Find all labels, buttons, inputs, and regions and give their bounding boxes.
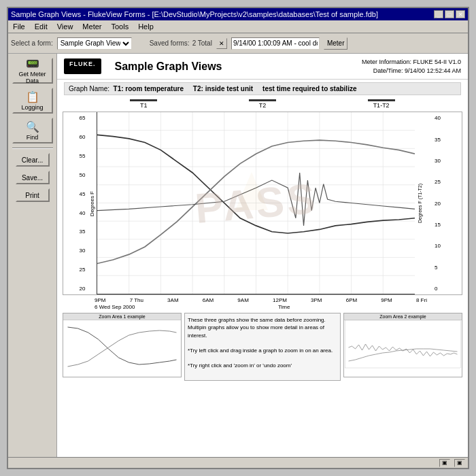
y-axis-right: 40 35 30 25 20 15 10 5 0	[424, 112, 462, 294]
meter-info: Meter Information: FLUKE 54-II V1.0 Date…	[362, 58, 461, 75]
logging-icon: 📋	[26, 90, 39, 103]
main-chart-svg	[97, 112, 415, 294]
toolbar: Select a form: Sample Graph Views Saved …	[8, 33, 468, 54]
menu-help[interactable]: Help	[136, 22, 156, 31]
main-window: Sample Graph Views - FlukeView Forms - […	[7, 7, 469, 469]
menu-file[interactable]: File	[11, 22, 27, 31]
y-label-right-container: Degrees F (T1-T2)	[415, 112, 424, 294]
report-header: FLUKE. Sample Graph Views Meter Informat…	[57, 54, 468, 80]
session-input[interactable]	[231, 37, 320, 50]
menu-meter[interactable]: Meter	[80, 22, 103, 31]
zoom-chart-1[interactable]: Zoom Area 1 example 9PM3AM9AM3PM9PM	[63, 313, 182, 377]
series-labels: T1 T2 T1-T2	[57, 98, 468, 110]
menu-bar: File Edit View Meter Tools Help	[8, 20, 468, 33]
get-meter-data-button[interactable]: 📟 Get Meter Data	[12, 58, 53, 84]
menu-edit[interactable]: Edit	[33, 22, 50, 31]
clear-session-button[interactable]: ✕	[216, 38, 227, 49]
series-T1-T2: T1-T2	[368, 99, 395, 109]
zoom-chart-1-title: Zoom Area 1 example	[63, 313, 181, 320]
logging-button[interactable]: 📋 Logging	[12, 88, 53, 114]
main-content: 📟 Get Meter Data 📋 Logging 🔍 Find Clear.…	[8, 54, 468, 457]
find-icon: 🔍	[26, 120, 39, 133]
x-date-area: 6 Wed Sep 2000 Time	[57, 304, 468, 310]
svg-rect-18	[345, 320, 461, 368]
saved-forms-label: Saved forms:	[150, 39, 190, 47]
menu-view[interactable]: View	[55, 22, 75, 31]
meter-icon: 📟	[26, 57, 39, 70]
info-text-box: These three graphs show the same data be…	[184, 313, 341, 381]
graph-name-bar: Graph Name: T1: room temperature T2: ins…	[64, 82, 461, 95]
divider	[12, 148, 53, 149]
select-form-label: Select a form:	[11, 39, 53, 47]
find-button[interactable]: 🔍 Find	[12, 118, 53, 143]
clear-button[interactable]: Clear...	[16, 153, 50, 167]
bottom-charts-row: Zoom Area 1 example 9PM3AM9AM3PM9PM Thes…	[63, 313, 462, 381]
chart-inner[interactable]: PASS	[97, 112, 415, 294]
meter-button[interactable]: Meter	[324, 37, 348, 50]
saved-forms-count: 2 Total	[192, 39, 212, 47]
minimize-button[interactable]: _	[434, 10, 443, 18]
window-controls: _ □ ✕	[434, 10, 465, 18]
main-chart-area[interactable]: 65 60 55 50 45 40 35 30 25 20 Degrees F	[63, 112, 462, 295]
y-axis-left: 65 60 55 50 45 40 35 30 25 20	[63, 112, 87, 294]
zoom-chart-2-svg	[344, 320, 462, 375]
status-icon-1: ▣	[439, 459, 450, 467]
content-panel: FLUKE. Sample Graph Views Meter Informat…	[57, 54, 468, 457]
status-bar: ▣ ▣	[8, 457, 468, 468]
close-button[interactable]: ✕	[456, 10, 465, 18]
select-form-dropdown[interactable]: Sample Graph Views	[57, 37, 132, 50]
zoom-chart-2-xaxis: 12PM3PM6PM9PM	[344, 376, 462, 377]
fluke-logo: FLUKE.	[64, 58, 101, 74]
menu-tools[interactable]: Tools	[109, 22, 131, 31]
left-panel: 📟 Get Meter Data 📋 Logging 🔍 Find Clear.…	[8, 54, 57, 457]
report-title: Sample Graph Views	[115, 61, 348, 73]
series-T2: T2	[249, 99, 276, 109]
window-title: Sample Graph Views - FlukeView Forms - […	[11, 10, 378, 18]
status-icon-2: ▣	[454, 459, 465, 467]
zoom-chart-2-title: Zoom Area 2 example	[344, 313, 462, 320]
y-label-left-container: Degrees F	[87, 112, 97, 294]
zoom-chart-1-svg	[63, 320, 181, 375]
title-bar: Sample Graph Views - FlukeView Forms - […	[8, 8, 468, 20]
x-axis-labels: 9PM 7 Thu 3AM 6AM 9AM 12PM 3PM 6PM 9PM 8…	[57, 296, 468, 303]
zoom-chart-2[interactable]: Zoom Area 2 example 12PM3PM6PM9P	[343, 313, 462, 377]
print-button[interactable]: Print	[16, 188, 50, 202]
series-T1: T1	[130, 99, 157, 109]
maximize-button[interactable]: □	[445, 10, 454, 18]
zoom-chart-1-xaxis: 9PM3AM9AM3PM9PM	[63, 376, 181, 377]
save-button[interactable]: Save...	[16, 171, 50, 184]
saved-forms-area: Saved forms: 2 Total	[150, 39, 212, 47]
